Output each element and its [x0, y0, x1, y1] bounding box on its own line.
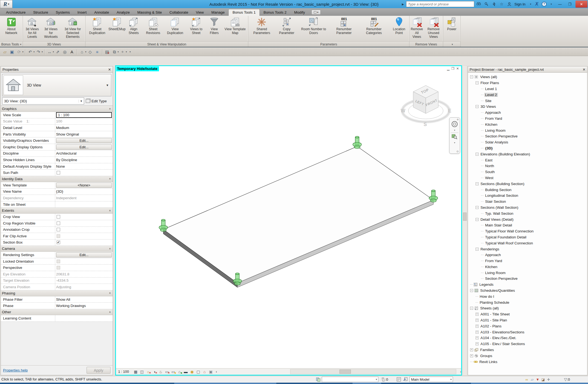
zoom-tool-icon[interactable]: [451, 133, 458, 141]
sign-in-dropdown-icon[interactable]: ▾: [528, 1, 534, 7]
sheet-duplication-button[interactable]: Sheet Duplication: [85, 17, 109, 35]
tree-item-main-stair-detail[interactable]: Main Stair Detail: [468, 222, 587, 228]
chevron-down-icon[interactable]: ▾: [42, 51, 43, 53]
tree-item-longitudinal-section[interactable]: Longitudinal Section: [468, 193, 587, 199]
property-value[interactable]: 100: [55, 118, 113, 125]
tab-view[interactable]: View: [192, 9, 208, 16]
sun-path-checkbox[interactable]: [57, 171, 60, 174]
worksets-select[interactable]: ▾: [322, 377, 378, 382]
tree-item-building-section[interactable]: Building Section: [468, 187, 587, 193]
view-template-map-button[interactable]: View Template Map: [222, 17, 248, 35]
tree-item-floor-plans[interactable]: −Floor Plans: [468, 80, 587, 86]
chevron-down-icon[interactable]: ▾: [454, 142, 455, 144]
property-value[interactable]: [55, 315, 113, 321]
property-value[interactable]: [55, 214, 113, 220]
property-value[interactable]: Edit...: [55, 137, 113, 144]
tree-item-views-all[interactable]: −Views (all): [468, 74, 587, 80]
section-header-extents[interactable]: Extents»: [1, 208, 113, 214]
minimize-button[interactable]: —: [556, 1, 564, 7]
favorites-star-icon[interactable]: ☆: [499, 1, 505, 7]
view-duplication-button[interactable]: View Duplication: [164, 17, 186, 35]
sheet-revisions-button[interactable]: Sheet Revisions: [142, 17, 164, 35]
copy-parameter-button[interactable]: Copy Parameter: [275, 17, 298, 35]
close-button[interactable]: ✕: [575, 1, 587, 8]
search-collapse-icon[interactable]: ▶: [402, 3, 404, 6]
select-links-icon[interactable]: ∞: [524, 377, 529, 382]
tree-item-legends[interactable]: Legends: [468, 282, 587, 288]
tree-item-section-perspective[interactable]: Section Perspective: [468, 276, 587, 282]
sign-in-button[interactable]: Sign In: [514, 2, 525, 6]
property-value[interactable]: [55, 227, 113, 233]
tree-item-site[interactable]: Site: [468, 98, 587, 104]
tab-bonus-tools-1[interactable]: Bonus Tools 1: [228, 9, 260, 16]
help-icon[interactable]: ?: [542, 2, 547, 7]
section-header-phasing[interactable]: Phasing»: [1, 290, 113, 296]
communication-center-icon[interactable]: [491, 1, 497, 7]
tree-item-level-1[interactable]: Level 1: [468, 86, 587, 92]
ribbon-group-label[interactable]: ▾: [443, 41, 460, 47]
properties-help-link[interactable]: Properties help: [3, 368, 28, 372]
temporary-view-properties-icon[interactable]: ▢: [195, 369, 201, 374]
location-point-button[interactable]: Location Point: [389, 17, 409, 35]
tree-item-planting-schedule[interactable]: Planting Schedule: [468, 299, 587, 305]
collapse-icon[interactable]: −: [476, 182, 479, 185]
default-3d-view-icon[interactable]: ⌂: [79, 49, 85, 55]
annotation-crop-checkbox[interactable]: [57, 228, 60, 231]
crop-region-icon[interactable]: ▭: [170, 369, 176, 374]
tree-item-revit-links[interactable]: Revit Links: [468, 359, 587, 365]
search-icon[interactable]: [476, 1, 482, 7]
tab-bonus-tools-2[interactable]: Bonus Tools 2: [260, 9, 290, 16]
tag-icon[interactable]: ◎: [62, 49, 68, 55]
tree-item-south[interactable]: South: [468, 169, 587, 175]
reveal-hidden-elements-icon[interactable]: ◉: [189, 369, 195, 374]
tree-item-from-yard[interactable]: From Yard: [468, 116, 587, 122]
tab-manage[interactable]: Manage: [208, 9, 229, 16]
section-box-grip[interactable]: [353, 136, 362, 149]
tree-item-kitchen[interactable]: Kitchen: [468, 121, 587, 127]
visibility-graphics-overrides-edit-button[interactable]: Edit...: [56, 138, 112, 143]
tree-item-families[interactable]: +Families: [468, 347, 587, 353]
tree-item-living-room[interactable]: Living Room: [468, 270, 587, 276]
analytical-model-icon[interactable]: ⌂: [202, 369, 207, 374]
room-number-to-doors-button[interactable]: Room Number to Doors: [298, 17, 329, 35]
tree-item-east[interactable]: East: [468, 157, 587, 163]
about-network-button[interactable]: About Network: [0, 17, 23, 35]
collapse-icon[interactable]: −: [476, 218, 479, 221]
tab-analyze[interactable]: Analyze: [113, 9, 133, 16]
tree-item-approach[interactable]: Approach: [468, 252, 587, 258]
property-value[interactable]: 1 : 100: [55, 112, 113, 118]
compass-west[interactable]: W: [401, 108, 405, 113]
tree-item-3d[interactable]: {3D}: [468, 145, 587, 151]
displacement-sets-icon[interactable]: ▣: [208, 369, 214, 374]
tree-item-kitchen[interactable]: Kitchen: [468, 264, 587, 270]
shadows-icon[interactable]: ◑✕: [152, 369, 157, 374]
collapse-icon[interactable]: −: [476, 81, 479, 84]
compass-south[interactable]: S: [424, 122, 427, 127]
tree-item-a101-site-plan[interactable]: +A101 - Site Plan: [468, 317, 587, 323]
expand-icon[interactable]: +: [470, 354, 473, 357]
user-interface-icon[interactable]: ✦: [119, 49, 126, 55]
exchange-apps-icon[interactable]: X: [535, 2, 538, 7]
property-value[interactable]: [55, 170, 113, 176]
collapse-icon[interactable]: −: [476, 153, 479, 156]
design-options-icon[interactable]: [396, 377, 401, 382]
type-selector[interactable]: 3D View ▼: [2, 74, 111, 96]
application-menu-button[interactable]: R▾: [0, 0, 13, 8]
tree-item-living-room[interactable]: Living Room: [468, 127, 587, 133]
property-value[interactable]: None: [55, 163, 113, 170]
property-value[interactable]: Independent: [55, 195, 113, 201]
close-icon[interactable]: ✕: [583, 67, 586, 72]
property-value[interactable]: <None>: [55, 182, 113, 188]
property-value[interactable]: [55, 258, 113, 265]
sun-path-icon[interactable]: ☼✕: [145, 369, 151, 374]
active-option-icon[interactable]: [403, 377, 408, 382]
tree-item-a105-elev-stair-sections[interactable]: +A105 - Elev./ Stair Sections: [468, 341, 587, 347]
property-value[interactable]: Edit...: [55, 252, 113, 258]
tree-item-a103-elevations-sections[interactable]: +A103 - Elevations/Sections: [468, 329, 587, 335]
visual-style-icon[interactable]: ◫: [139, 369, 145, 374]
chevron-down-icon[interactable]: ▾: [53, 51, 54, 53]
chevron-down-icon[interactable]: ▾: [126, 51, 127, 53]
property-value[interactable]: Architectural: [55, 150, 113, 157]
tree-item-approach[interactable]: Approach: [468, 110, 587, 116]
navbar-close-icon[interactable]: ⊗: [457, 118, 459, 121]
